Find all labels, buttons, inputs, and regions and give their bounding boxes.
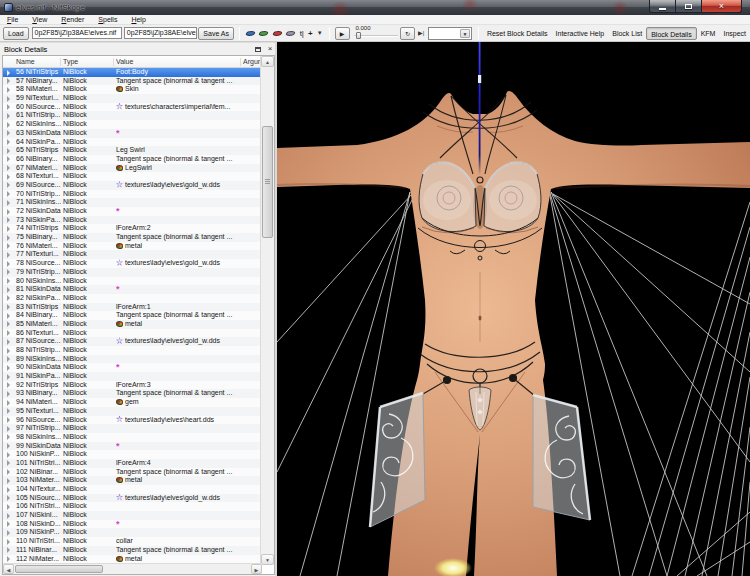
expand-triangle-icon[interactable] <box>7 434 10 440</box>
vertex-select-icon[interactable]: t| <box>300 27 304 40</box>
expand-triangle-icon[interactable] <box>7 400 10 406</box>
toolbar-button-block-details[interactable]: Block Details <box>646 27 696 40</box>
block-row[interactable]: 77 NiTexturi...NiBlock <box>3 250 262 259</box>
expand-triangle-icon[interactable] <box>7 165 10 171</box>
block-row[interactable]: 80 NiSkinIns...NiBlock <box>3 277 262 286</box>
vertical-scrollbar[interactable]: ▲ ▼ <box>260 56 274 565</box>
expand-triangle-icon[interactable] <box>7 487 10 493</box>
expand-triangle-icon[interactable] <box>7 313 10 319</box>
block-row[interactable]: 89 NiSkinIns...NiBlock <box>3 355 262 364</box>
expand-triangle-icon[interactable] <box>7 304 10 310</box>
menu-item-help[interactable]: Help <box>124 15 152 25</box>
expand-triangle-icon[interactable] <box>7 382 10 388</box>
expand-triangle-icon[interactable] <box>7 321 10 327</box>
block-row[interactable]: 97 NiTriStrip...NiBlock <box>3 424 262 433</box>
toolbar-button-reset-block-details[interactable]: Reset Block Details <box>483 27 552 40</box>
block-row[interactable]: 99 NiSkinDataNiBlock* <box>3 442 262 451</box>
block-row[interactable]: 58 NiMateri...NiBlockSkin <box>3 85 262 94</box>
expand-triangle-icon[interactable] <box>7 235 10 241</box>
minimize-button[interactable] <box>649 0 676 13</box>
scroll-up-icon[interactable]: ▲ <box>261 56 274 67</box>
column-header-type[interactable]: Type <box>63 56 78 68</box>
block-row[interactable]: 79 NiTriStrip...NiBlock <box>3 268 262 277</box>
expand-triangle-icon[interactable] <box>7 96 10 102</box>
animation-dropdown[interactable]: ▼ <box>428 27 472 40</box>
toolbar-button-interactive-help[interactable]: Interactive Help <box>552 27 609 40</box>
expand-triangle-icon[interactable] <box>7 547 10 553</box>
expand-triangle-icon[interactable] <box>7 174 10 180</box>
menu-item-view[interactable]: View <box>25 15 54 25</box>
maximize-button[interactable] <box>676 0 702 13</box>
expand-triangle-icon[interactable] <box>7 530 10 536</box>
title-bar[interactable]: elves.nif - NifSkope × <box>0 0 750 15</box>
expand-triangle-icon[interactable] <box>7 348 10 354</box>
block-row[interactable]: 107 NiSkinI...NiBlock <box>3 511 262 520</box>
expand-triangle-icon[interactable] <box>7 87 10 93</box>
toolbar-button-block-list[interactable]: Block List <box>608 27 646 40</box>
block-row[interactable]: 101 NiTriStri...NiBlocklForeArm:4 <box>3 459 262 468</box>
view-arrow-green-icon[interactable] <box>258 31 270 36</box>
horizontal-scrollbar[interactable]: ◀ ▶ <box>3 563 262 574</box>
expand-triangle-icon[interactable] <box>7 113 10 119</box>
viewport-scene[interactable] <box>277 42 750 576</box>
expand-triangle-icon[interactable] <box>7 521 10 527</box>
block-row[interactable]: 63 NiSkinDataNiBlock* <box>3 129 262 138</box>
block-row[interactable]: 82 NiSkinPa...NiBlock <box>3 294 262 303</box>
block-row[interactable]: 66 NiBinary...NiBlockTangent space (bino… <box>3 155 262 164</box>
expand-triangle-icon[interactable] <box>7 417 10 423</box>
column-divider[interactable] <box>240 58 241 66</box>
expand-triangle-icon[interactable] <box>7 252 10 258</box>
block-row[interactable]: 65 NiTriStripsNiBlockLeg Swirl <box>3 146 262 155</box>
panel-close-button[interactable]: × <box>265 44 275 54</box>
block-row[interactable]: 71 NiSkinIns...NiBlock <box>3 198 262 207</box>
expand-triangle-icon[interactable] <box>7 78 10 84</box>
block-row[interactable]: 95 NiTexturi...NiBlock <box>3 407 262 416</box>
block-row[interactable]: 90 NiSkinDataNiBlock* <box>3 363 262 372</box>
block-row[interactable]: 112 NiMater...NiBlockmetal <box>3 555 262 564</box>
block-row[interactable]: 92 NiTriStripsNiBlocklForeArm:3 <box>3 381 262 390</box>
expand-triangle-icon[interactable] <box>7 443 10 449</box>
toolbar-button-inspect[interactable]: Inspect <box>719 27 750 40</box>
block-row[interactable]: 96 NiSource...NiBlocktextures\lady\elves… <box>3 416 262 425</box>
block-row[interactable]: 87 NiSource...NiBlocktextures\lady\elves… <box>3 337 262 346</box>
expand-triangle-icon[interactable] <box>7 104 10 110</box>
block-row[interactable]: 81 NiSkinDataNiBlock* <box>3 285 262 294</box>
expand-triangle-icon[interactable] <box>7 287 10 293</box>
load-path-field[interactable]: 0p2F85\jZip38AE\elves.nif <box>32 27 122 39</box>
expand-triangle-icon[interactable] <box>7 156 10 162</box>
expand-triangle-icon[interactable] <box>7 452 10 458</box>
expand-triangle-icon[interactable] <box>7 261 10 267</box>
expand-triangle-icon[interactable] <box>7 278 10 284</box>
block-row[interactable]: 72 NiSkinDataNiBlock* <box>3 207 262 216</box>
slider-thumb[interactable] <box>356 32 361 39</box>
scroll-right-icon[interactable]: ▶ <box>251 564 262 574</box>
pan-crosshair-icon[interactable]: + <box>308 27 313 40</box>
block-row[interactable]: 111 NiBinar...NiBlockTangent space (bino… <box>3 546 262 555</box>
expand-triangle-icon[interactable] <box>7 408 10 414</box>
expand-triangle-icon[interactable] <box>7 374 10 380</box>
block-row[interactable]: 74 NiTriStripsNiBlocklForeArm:2 <box>3 224 262 233</box>
expand-triangle-icon[interactable] <box>7 478 10 484</box>
block-row[interactable]: 109 NiSkinP...NiBlock <box>3 528 262 537</box>
block-row[interactable]: 78 NiSource...NiBlocktextures\lady\elves… <box>3 259 262 268</box>
block-row[interactable]: 75 NiBinary...NiBlockTangent space (bino… <box>3 233 262 242</box>
block-row[interactable]: 69 NiSource...NiBlocktextures\lady\elves… <box>3 181 262 190</box>
expand-triangle-icon[interactable] <box>7 539 10 545</box>
block-row[interactable]: 59 NiTexturi...NiBlock <box>3 94 262 103</box>
view-arrow-gray-icon[interactable] <box>285 31 297 36</box>
expand-triangle-icon[interactable] <box>7 243 10 249</box>
save-path-field[interactable]: 0p2F85\jZip38AE\elves.nif <box>124 27 198 39</box>
load-button[interactable]: Load <box>3 27 29 40</box>
block-row[interactable]: 85 NiMateri...NiBlockmetal <box>3 320 262 329</box>
block-row[interactable]: 106 NiTriStri...NiBlock <box>3 502 262 511</box>
expand-triangle-icon[interactable] <box>7 130 10 136</box>
expand-triangle-icon[interactable] <box>7 226 10 232</box>
menu-item-render[interactable]: Render <box>54 15 91 25</box>
block-row[interactable]: 57 NiBinary...NiBlockTangent space (bino… <box>3 77 262 86</box>
block-row[interactable]: 64 NiSkinPa...NiBlock <box>3 138 262 147</box>
block-row[interactable]: 56 NiTriStripsNiBlockFoot:Body <box>3 68 262 77</box>
play-button[interactable]: ▶ <box>335 27 350 40</box>
expand-triangle-icon[interactable] <box>7 460 10 466</box>
block-row[interactable]: 83 NiTriStripsNiBlocklForeArm:1 <box>3 303 262 312</box>
panel-header[interactable]: Block Details × <box>0 43 277 55</box>
